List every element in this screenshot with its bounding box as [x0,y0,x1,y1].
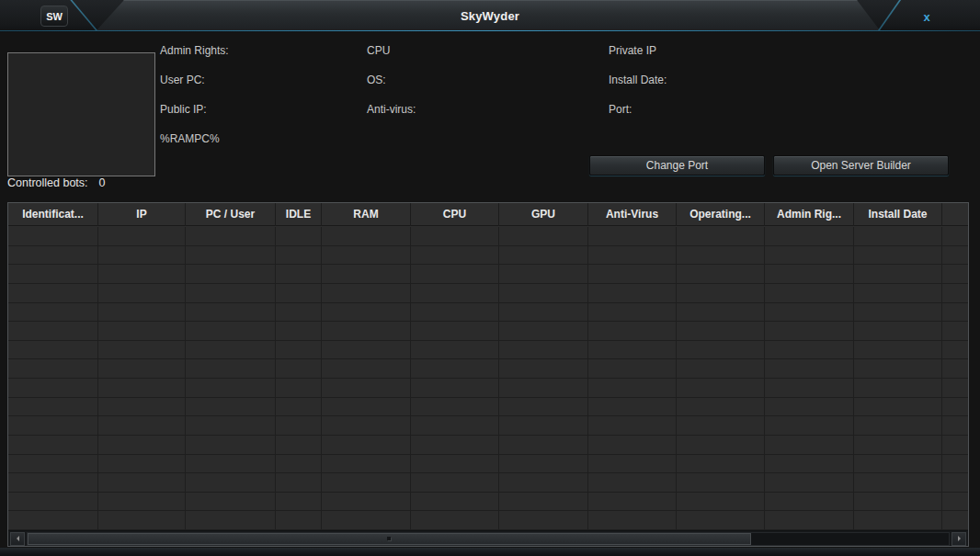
table-cell [765,455,854,473]
table-cell [765,265,854,283]
table-cell [8,303,98,322]
table-cell [8,398,98,416]
table-cell [765,511,854,529]
table-row[interactable] [8,493,968,512]
table-row[interactable] [8,379,968,398]
table-cell [186,379,276,397]
table-row[interactable] [8,341,968,360]
table-cell [499,322,588,340]
table-cell [588,303,677,322]
table-cell [411,284,499,302]
titlebar-diagonal-left-accent [70,0,97,30]
column-header-pc-user[interactable]: PC / User [186,203,276,226]
table-cell [942,284,968,302]
table-cell [276,511,322,529]
scrollbar-thumb[interactable] [28,533,751,545]
table-cell [8,227,98,245]
scroll-right-button[interactable] [952,532,966,546]
table-cell [186,303,276,322]
table-cell [8,455,98,473]
table-row[interactable] [8,227,968,246]
bots-table: Identificat...IPPC / UserIDLERAMCPUGPUAn… [7,202,969,547]
table-cell [276,265,322,283]
scroll-left-button[interactable] [10,532,25,546]
table-row[interactable] [8,265,968,284]
table-cell [588,246,677,265]
column-header-spacer[interactable] [942,203,968,226]
column-header-install-date[interactable]: Install Date [854,203,942,226]
table-row[interactable] [8,359,968,379]
table-cell [765,359,854,378]
table-cell [499,265,588,283]
label-admin-rights: Admin Rights: [160,44,229,57]
table-cell [765,303,854,322]
titlebar-center-panel [0,0,980,30]
app-logo-button[interactable]: SW [40,6,68,27]
table-cell [499,398,588,416]
column-header-admin-rig[interactable]: Admin Rig... [765,203,854,226]
column-header-operating[interactable]: Operating... [677,203,765,226]
label-user-pc: User PC: [160,74,205,86]
table-cell [499,455,588,473]
table-row[interactable] [8,473,968,493]
table-cell [499,416,588,435]
table-cell [186,455,276,473]
column-header-identificat[interactable]: Identificat... [8,203,98,226]
table-row[interactable] [8,322,968,341]
table-row[interactable] [8,284,968,303]
table-cell [854,227,942,245]
table-cell [411,455,499,473]
table-cell [411,379,499,397]
table-cell [276,246,322,265]
table-cell [98,398,186,416]
table-cell [765,322,854,340]
table-cell [98,455,186,473]
table-row[interactable] [8,511,968,530]
table-row[interactable] [8,436,968,455]
column-header-idle[interactable]: IDLE [276,203,322,226]
table-cell [854,265,942,283]
table-cell [765,493,854,511]
table-cell [942,416,968,435]
titlebar: SW SkyWyder x [0,0,980,32]
table-cell [942,303,968,322]
table-cell [588,284,677,302]
label-port: Port: [609,103,632,116]
column-header-anti-virus[interactable]: Anti-Virus [588,203,677,226]
table-row[interactable] [8,246,968,266]
table-cell [677,265,765,283]
open-server-builder-button[interactable]: Open Server Builder [773,155,949,176]
table-cell [322,284,411,302]
table-row[interactable] [8,398,968,417]
table-cell [942,322,968,340]
table-cell [8,379,98,397]
horizontal-scrollbar[interactable] [8,530,968,546]
table-cell [677,341,765,359]
table-cell [186,473,276,492]
table-cell [677,473,765,492]
column-header-ram[interactable]: RAM [322,203,411,226]
table-cell [276,341,322,359]
table-cell [499,359,588,378]
table-row[interactable] [8,416,968,436]
table-cell [854,341,942,359]
table-cell [322,398,411,416]
table-cell [854,379,942,397]
table-row[interactable] [8,455,968,474]
table-cell [411,416,499,435]
change-port-button[interactable]: Change Port [589,155,765,176]
table-cell [411,322,499,340]
table-cell [322,455,411,473]
table-cell [942,511,968,529]
table-cell [8,341,98,359]
table-cell [186,511,276,529]
table-cell [186,265,276,283]
column-header-cpu[interactable]: CPU [411,203,499,226]
table-cell [8,322,98,340]
column-header-ip[interactable]: IP [98,203,186,226]
scrollbar-track[interactable] [27,532,950,546]
column-header-gpu[interactable]: GPU [499,203,588,226]
close-button[interactable]: x [916,7,938,26]
table-row[interactable] [8,303,968,323]
table-cell [942,455,968,473]
